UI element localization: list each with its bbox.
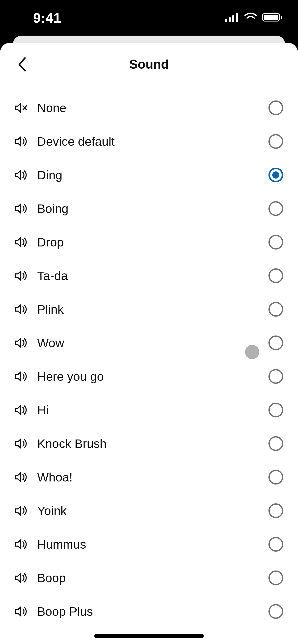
sound-option-row[interactable]: Whoa! xyxy=(0,460,298,494)
screen: 9:41 xyxy=(0,0,298,644)
sound-option-row[interactable]: Drop xyxy=(0,225,298,259)
speaker-icon xyxy=(13,135,29,148)
speaker-icon xyxy=(13,572,29,584)
sound-option-row[interactable]: Plink xyxy=(0,292,298,326)
speaker-icon xyxy=(13,169,29,181)
svg-rect-6 xyxy=(281,16,282,19)
sound-option-row[interactable]: Boop xyxy=(0,561,298,595)
radio-button[interactable] xyxy=(268,604,283,619)
chevron-left-icon xyxy=(17,56,26,72)
status-bar: 9:41 xyxy=(0,0,298,36)
status-time: 9:41 xyxy=(33,10,61,26)
sound-option-row[interactable]: Here you go xyxy=(0,360,298,393)
scroll-indicator-dot xyxy=(245,345,259,359)
radio-button[interactable] xyxy=(268,537,283,552)
sound-list[interactable]: NoneDevice defaultDingBoingDropTa-daPlin… xyxy=(0,86,298,644)
sound-option-label: Ding xyxy=(29,168,268,182)
radio-button[interactable] xyxy=(268,503,283,518)
radio-button[interactable] xyxy=(268,100,283,115)
speaker-icon xyxy=(13,471,29,483)
sound-option-label: Plink xyxy=(29,302,268,316)
sound-option-row[interactable]: Ding xyxy=(0,158,298,192)
battery-icon xyxy=(262,12,283,23)
speaker-icon xyxy=(13,538,29,550)
radio-button[interactable] xyxy=(268,369,283,384)
speaker-icon xyxy=(13,370,29,383)
sound-option-label: Here you go xyxy=(29,370,268,384)
speaker-icon xyxy=(13,303,29,315)
sound-option-label: Boop xyxy=(29,571,268,585)
radio-button[interactable] xyxy=(268,235,283,250)
sound-option-row[interactable]: Knock Brush xyxy=(0,427,298,460)
sound-option-label: Wow xyxy=(29,336,268,350)
home-indicator[interactable] xyxy=(94,634,204,638)
sound-option-label: Ta-da xyxy=(29,269,268,283)
svg-rect-3 xyxy=(236,13,238,22)
sound-option-row[interactable]: Boop Plus xyxy=(0,595,298,628)
speaker-icon xyxy=(13,270,29,282)
sound-option-label: Boing xyxy=(29,202,268,216)
page-title: Sound xyxy=(0,57,298,72)
sound-option-row[interactable]: Hummus xyxy=(0,528,298,561)
radio-button[interactable] xyxy=(268,335,283,350)
sound-option-label: None xyxy=(29,101,268,115)
radio-button[interactable] xyxy=(268,403,283,417)
radio-button[interactable] xyxy=(268,570,283,585)
status-icons xyxy=(225,12,283,23)
speaker-icon xyxy=(13,437,29,450)
radio-button[interactable] xyxy=(268,201,283,216)
back-button[interactable] xyxy=(8,50,36,78)
speaker-icon xyxy=(13,605,29,618)
sound-option-row[interactable]: Ta-da xyxy=(0,259,298,292)
svg-rect-5 xyxy=(264,15,278,20)
radio-button[interactable] xyxy=(268,470,283,485)
speaker-mute-icon xyxy=(13,102,29,114)
sound-option-row[interactable]: Device default xyxy=(0,125,298,158)
sound-option-label: Hummus xyxy=(29,537,268,551)
speaker-icon xyxy=(13,337,29,349)
svg-rect-0 xyxy=(225,19,227,22)
radio-button[interactable] xyxy=(268,268,283,283)
header: Sound xyxy=(0,43,298,86)
radio-button[interactable] xyxy=(268,168,283,182)
sound-option-label: Drop xyxy=(29,235,268,249)
svg-rect-1 xyxy=(229,17,231,22)
sound-option-label: Boop Plus xyxy=(29,605,268,619)
sound-option-row[interactable]: Hi xyxy=(0,393,298,427)
radio-button[interactable] xyxy=(268,302,283,317)
sound-option-row[interactable]: Boing xyxy=(0,192,298,225)
sound-sheet: Sound NoneDevice defaultDingBoingDropTa-… xyxy=(0,43,298,644)
speaker-icon xyxy=(13,236,29,248)
speaker-icon xyxy=(13,202,29,215)
sound-option-label: Knock Brush xyxy=(29,437,268,451)
wifi-icon xyxy=(244,12,257,23)
sound-option-row[interactable]: None xyxy=(0,91,298,125)
svg-rect-2 xyxy=(232,15,234,22)
sound-option-label: Hi xyxy=(29,403,268,417)
sound-option-row[interactable]: Yoink xyxy=(0,494,298,528)
sound-option-label: Yoink xyxy=(29,504,268,518)
speaker-icon xyxy=(13,404,29,416)
sound-option-label: Device default xyxy=(29,135,268,149)
sound-option-label: Whoa! xyxy=(29,470,268,484)
radio-button[interactable] xyxy=(268,436,283,451)
radio-button[interactable] xyxy=(268,134,283,149)
cellular-icon xyxy=(225,13,239,23)
speaker-icon xyxy=(13,505,29,517)
